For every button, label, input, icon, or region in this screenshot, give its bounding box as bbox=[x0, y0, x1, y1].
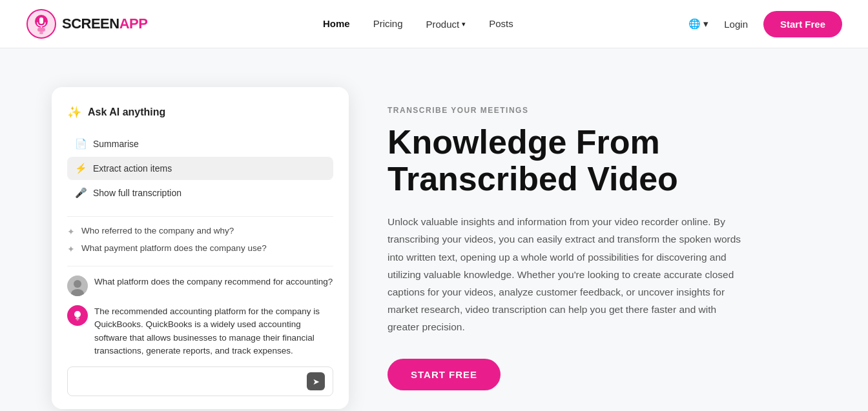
ai-suggestion-2[interactable]: ✦ What payment platform does the company… bbox=[67, 243, 333, 254]
hero-start-free-button[interactable]: START FREE bbox=[388, 359, 501, 390]
suggestion-text-2: What payment platform does the company u… bbox=[81, 243, 267, 253]
ai-divider-2 bbox=[67, 266, 333, 266]
logo-app-text: APP bbox=[119, 15, 148, 32]
summarise-label: Summarise bbox=[93, 139, 139, 149]
ai-option-summarise[interactable]: 📄 Summarise bbox=[67, 132, 333, 155]
nav-links: Home Pricing Product ▾ Posts bbox=[323, 18, 513, 30]
hero-label: TRANSCRIBE YOUR MEETINGS bbox=[388, 106, 749, 115]
svg-point-10 bbox=[74, 311, 81, 317]
ai-input-field[interactable] bbox=[76, 376, 302, 386]
summarise-icon: 📄 bbox=[75, 138, 87, 150]
language-selector[interactable]: 🌐 ▾ bbox=[688, 18, 708, 30]
suggestion-sparkle-icon-1: ✦ bbox=[67, 226, 75, 237]
svg-rect-4 bbox=[39, 32, 43, 34]
bot-avatar bbox=[67, 305, 88, 326]
suggestion-sparkle-icon-2: ✦ bbox=[67, 244, 75, 254]
user-avatar bbox=[67, 276, 88, 296]
svg-point-8 bbox=[74, 280, 81, 288]
hero-section: ✨ Ask AI anything 📄 Summarise ⚡ Extract … bbox=[0, 48, 868, 411]
ai-suggestions-list: ✦ Who referred to the company and why? ✦… bbox=[67, 226, 333, 254]
user-message-text: What platform does the company recommend… bbox=[94, 276, 333, 288]
send-icon: ➤ bbox=[313, 377, 320, 386]
extract-icon: ⚡ bbox=[75, 163, 87, 174]
ai-send-button[interactable]: ➤ bbox=[307, 372, 325, 390]
ai-input-row[interactable]: ➤ bbox=[67, 366, 333, 396]
login-link[interactable]: Login bbox=[724, 19, 748, 30]
hero-description: Unlock valuable insights and information… bbox=[388, 213, 749, 336]
hero-content: TRANSCRIBE YOUR MEETINGS Knowledge From … bbox=[388, 106, 749, 390]
product-chevron-icon: ▾ bbox=[462, 20, 466, 28]
start-free-button[interactable]: Start Free bbox=[763, 11, 842, 37]
nav-item-product[interactable]: Product ▾ bbox=[426, 19, 466, 30]
nav-link-posts[interactable]: Posts bbox=[489, 18, 513, 29]
ai-option-extract[interactable]: ⚡ Extract action items bbox=[67, 157, 333, 180]
language-icon: 🌐 bbox=[688, 18, 701, 30]
extract-label: Extract action items bbox=[93, 163, 172, 174]
svg-rect-11 bbox=[76, 317, 79, 319]
ai-options-list: 📄 Summarise ⚡ Extract action items 🎤 Sho… bbox=[67, 132, 333, 205]
svg-rect-12 bbox=[77, 319, 79, 321]
nav-link-pricing[interactable]: Pricing bbox=[373, 18, 403, 29]
ai-suggestion-1[interactable]: ✦ Who referred to the company and why? bbox=[67, 226, 333, 237]
ai-chat-card: ✨ Ask AI anything 📄 Summarise ⚡ Extract … bbox=[52, 87, 349, 409]
ai-card-header: ✨ Ask AI anything bbox=[67, 105, 333, 119]
transcription-icon: 🎤 bbox=[75, 187, 87, 199]
nav-item-pricing[interactable]: Pricing bbox=[373, 18, 403, 30]
nav-item-posts[interactable]: Posts bbox=[489, 18, 513, 30]
ai-sparkle-icon: ✨ bbox=[67, 105, 81, 119]
nav-right: 🌐 ▾ Login Start Free bbox=[688, 11, 842, 37]
ai-divider bbox=[67, 216, 333, 217]
bot-message-text: The recommended accounting platform for … bbox=[94, 305, 333, 357]
logo[interactable]: SCREENAPP bbox=[26, 8, 147, 39]
hero-title: Knowledge From Transcribed Video bbox=[388, 124, 749, 197]
ai-option-transcription[interactable]: 🎤 Show full transcription bbox=[67, 181, 333, 205]
svg-rect-5 bbox=[39, 17, 43, 24]
user-message: What platform does the company recommend… bbox=[67, 276, 333, 296]
ai-card-title: Ask AI anything bbox=[88, 106, 165, 118]
logo-screen-text: SCREEN bbox=[62, 15, 119, 32]
bot-message: The recommended accounting platform for … bbox=[67, 305, 333, 357]
nav-link-home[interactable]: Home bbox=[323, 18, 350, 29]
navbar: SCREENAPP Home Pricing Product ▾ Posts 🌐… bbox=[0, 0, 868, 48]
svg-rect-3 bbox=[37, 28, 45, 32]
language-chevron-icon: ▾ bbox=[703, 18, 708, 30]
suggestion-text-1: Who referred to the company and why? bbox=[81, 226, 234, 236]
transcription-label: Show full transcription bbox=[93, 188, 181, 198]
nav-item-home[interactable]: Home bbox=[323, 18, 350, 30]
ai-chat-messages: What platform does the company recommend… bbox=[67, 276, 333, 357]
nav-link-product[interactable]: Product bbox=[426, 19, 460, 30]
